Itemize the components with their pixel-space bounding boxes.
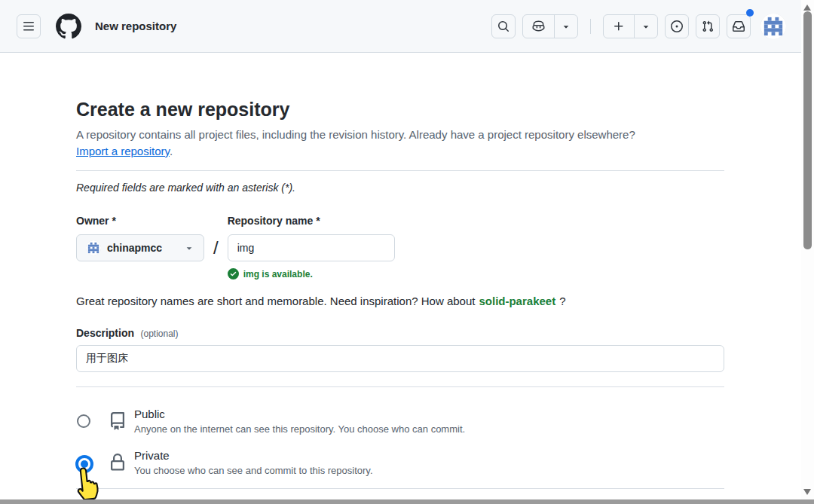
triangle-down-icon (561, 21, 571, 32)
click-target-dot (81, 460, 88, 468)
notification-dot (746, 9, 754, 17)
scrollbar-down-arrow-icon[interactable] (803, 489, 811, 495)
page-context-title: New repository (95, 20, 176, 32)
public-option-text: Public Anyone on the internet can see th… (134, 407, 465, 435)
search-button[interactable] (491, 14, 516, 38)
owner-field: Owner * (76, 215, 204, 261)
scrollbar-track[interactable] (801, 0, 814, 499)
triangle-down-icon (641, 21, 651, 32)
intro-period: . (170, 145, 173, 157)
header-divider (590, 19, 591, 34)
import-repository-link[interactable]: Import a repository (76, 145, 170, 157)
owner-repo-row: Owner * (76, 215, 724, 279)
slash-separator: / (213, 234, 219, 261)
owner-value: chinapmcc (107, 242, 178, 254)
issue-opened-icon (671, 20, 683, 32)
inbox-icon (733, 20, 745, 32)
create-new-dropdown-button[interactable] (634, 15, 657, 38)
scrollbar-thumb[interactable] (803, 11, 812, 249)
page-title: Create a new repository (76, 98, 724, 121)
inbox-button[interactable] (727, 14, 751, 38)
three-bars-icon (23, 20, 35, 32)
public-label[interactable]: Public (134, 407, 465, 421)
private-radio[interactable] (77, 456, 90, 469)
visibility-option-private: Private You choose who can see and commi… (76, 448, 724, 477)
suggestion-link[interactable]: solid-parakeet (479, 295, 555, 307)
description-label-row: Description (optional) (76, 326, 724, 340)
suggestion-suffix: ? (559, 295, 565, 307)
create-new-button[interactable] (604, 15, 634, 38)
triangle-down-icon (184, 243, 194, 253)
owner-label: Owner * (76, 215, 204, 228)
search-icon (497, 20, 510, 32)
intro-sentence: A repository contains all project files,… (76, 128, 635, 141)
copilot-split-button (522, 14, 578, 38)
copilot-button[interactable] (523, 15, 554, 38)
window-bottom-edge (0, 499, 814, 504)
copilot-icon (532, 20, 545, 32)
pull-requests-button[interactable] (696, 14, 720, 38)
issues-button[interactable] (665, 14, 689, 38)
description-optional-hint: (optional) (140, 328, 178, 339)
repo-name-label: Repository name * (228, 215, 395, 228)
owner-avatar (86, 240, 101, 255)
click-target-indicator (75, 455, 93, 473)
suggestion-prefix: Great repository names are short and mem… (76, 295, 475, 307)
public-radio[interactable] (77, 414, 90, 428)
inbox-wrapper (727, 14, 751, 38)
private-label[interactable]: Private (134, 448, 373, 463)
browser-viewport: New repository (0, 0, 814, 504)
repo-name-field: Repository name * img is available. (228, 215, 395, 279)
visibility-option-public: Public Anyone on the internet can see th… (76, 407, 724, 435)
description-label: Description (76, 327, 134, 339)
private-description: You choose who can see and commit to thi… (134, 465, 373, 477)
owner-select[interactable]: chinapmcc (76, 234, 204, 261)
availability-status: img is available. (228, 268, 395, 279)
required-fields-note: Required fields are marked with an aster… (76, 182, 724, 194)
app-header: New repository (0, 0, 801, 53)
repo-icon (109, 412, 127, 430)
divider (76, 488, 724, 489)
plus-icon (613, 20, 625, 32)
scrollbar-up-arrow-icon[interactable] (803, 5, 811, 11)
public-description: Anyone on the internet can see this repo… (134, 423, 465, 435)
description-input[interactable] (76, 345, 724, 372)
private-option-text: Private You choose who can see and commi… (134, 448, 373, 477)
main-content: Create a new repository A repository con… (0, 53, 800, 489)
availability-message: img is available. (243, 269, 313, 279)
name-suggestion: Great repository names are short and mem… (76, 295, 724, 307)
copilot-dropdown-button[interactable] (554, 15, 577, 38)
divider (76, 386, 724, 387)
hamburger-menu-button[interactable] (17, 14, 41, 38)
git-pull-request-icon (702, 20, 714, 32)
check-circle-icon (228, 268, 239, 279)
create-new-split-button (603, 14, 658, 38)
repo-name-input[interactable] (228, 234, 395, 261)
intro-text: A repository contains all project files,… (76, 127, 724, 160)
lock-icon (109, 454, 127, 472)
header-actions (491, 14, 786, 39)
identicon-avatar-icon (760, 14, 786, 39)
user-avatar-button[interactable] (760, 14, 786, 39)
divider (76, 170, 724, 171)
github-logo-icon[interactable] (56, 14, 81, 39)
